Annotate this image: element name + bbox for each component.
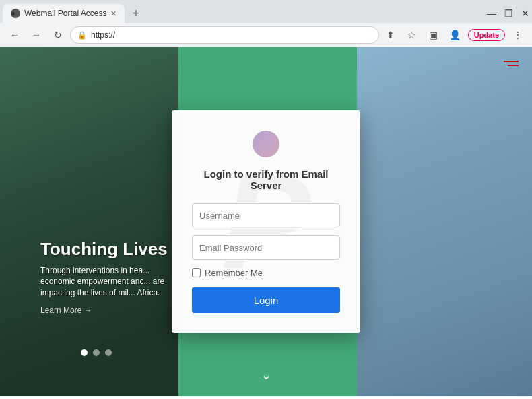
share-icon[interactable]: ⬆: [382, 26, 399, 44]
remember-me-row: Remember Me: [192, 268, 340, 278]
tab-title: Webmail Portal Access: [24, 9, 107, 18]
new-tab-button[interactable]: +: [129, 7, 144, 21]
window-controls: — ❐ ✕: [487, 8, 529, 19]
page-content: Touching Lives Through interventions in …: [0, 47, 532, 396]
close-button[interactable]: ✕: [521, 8, 529, 19]
nav-actions: ⬆ ☆ ▣ 👤 Update ⋮: [382, 26, 527, 44]
more-menu-icon[interactable]: ⋮: [509, 26, 527, 44]
maximize-button[interactable]: ❐: [504, 8, 513, 19]
modal-title: Login to verify from Email Server: [192, 168, 340, 191]
forward-button[interactable]: →: [27, 26, 46, 44]
lock-icon: 🔒: [77, 31, 87, 40]
sidebar-icon[interactable]: ▣: [425, 26, 442, 44]
reload-button[interactable]: ↻: [48, 26, 67, 44]
password-group: [192, 235, 340, 260]
remember-me-checkbox[interactable]: [192, 268, 201, 277]
address-bar[interactable]: 🔒 https://: [70, 26, 379, 44]
nav-bar: ← → ↻ 🔒 https:// ⬆ ☆ ▣ 👤 Update ⋮: [0, 23, 532, 47]
tab-bar: ● Webmail Portal Access × + — ❐ ✕: [0, 0, 532, 23]
active-tab[interactable]: ● Webmail Portal Access ×: [3, 4, 125, 23]
star-icon[interactable]: ☆: [403, 26, 421, 44]
tab-close-button[interactable]: ×: [111, 8, 117, 19]
url-text: https://: [91, 30, 372, 40]
login-button[interactable]: Login: [192, 287, 340, 313]
username-group: [192, 203, 340, 227]
modal-overlay: P Login to verify from Email Server Reme…: [0, 47, 532, 396]
logo-icon: [253, 131, 279, 157]
back-button[interactable]: ←: [5, 26, 24, 44]
username-input[interactable]: [192, 203, 340, 227]
login-modal: P Login to verify from Email Server Reme…: [172, 110, 360, 333]
profile-icon[interactable]: 👤: [446, 26, 464, 44]
update-button[interactable]: Update: [468, 29, 505, 41]
minimize-button[interactable]: —: [487, 8, 496, 19]
remember-me-label: Remember Me: [205, 268, 263, 278]
password-input[interactable]: [192, 235, 340, 260]
browser-chrome: ● Webmail Portal Access × + — ❐ ✕ ← → ↻ …: [0, 0, 532, 47]
modal-logo: [192, 131, 340, 160]
tab-favicon: ●: [11, 9, 20, 18]
